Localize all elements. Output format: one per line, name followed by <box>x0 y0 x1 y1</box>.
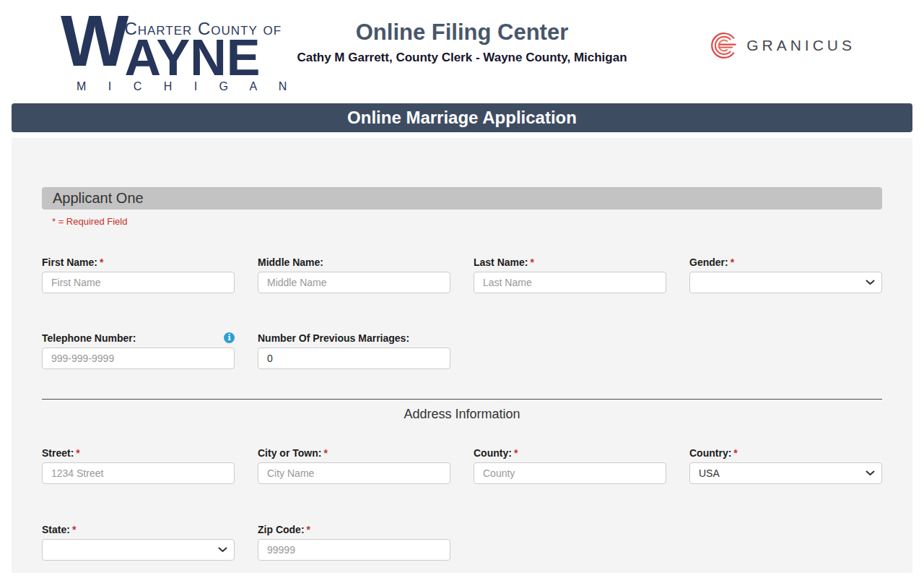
country-label: Country:* <box>689 447 738 459</box>
state-label: State:* <box>42 524 76 535</box>
required-asterisk: * <box>731 256 734 268</box>
wayne-logo-michigan: M I C H I G A N <box>77 80 296 93</box>
required-asterisk: * <box>530 256 533 268</box>
county-input[interactable] <box>474 462 666 484</box>
first-name-input[interactable] <box>42 272 235 293</box>
previous-marriages-label: Number Of Previous Marriages: <box>258 332 409 344</box>
banner-title: Online Marriage Application <box>347 108 577 128</box>
country-select[interactable]: USA <box>689 462 882 484</box>
required-asterisk: * <box>76 447 79 459</box>
section-title: Applicant One <box>53 190 144 207</box>
field-country: Country:* USA <box>689 447 882 484</box>
gender-select[interactable] <box>689 272 882 293</box>
field-gender: Gender:* <box>689 256 882 293</box>
street-label: Street:* <box>42 447 80 459</box>
granicus-g-icon <box>709 30 739 61</box>
info-icon[interactable]: i <box>224 332 235 343</box>
field-county: County:* <box>474 447 666 484</box>
required-asterisk: * <box>100 256 103 268</box>
zip-input[interactable] <box>258 539 450 561</box>
zip-label: Zip Code:* <box>258 524 310 535</box>
granicus-logo: GRANICUS <box>709 30 855 61</box>
required-asterisk: * <box>733 447 737 459</box>
field-last-name: Last Name:* <box>474 256 666 293</box>
required-asterisk: * <box>307 524 310 535</box>
first-name-label: First Name:* <box>42 256 103 268</box>
gender-label: Gender:* <box>689 256 734 268</box>
required-asterisk: * <box>72 524 76 535</box>
field-city: City or Town:* <box>258 447 450 484</box>
form-row-address-1: Street:* City or Town:* County:* Country… <box>42 447 882 484</box>
city-input[interactable] <box>258 462 450 484</box>
field-street: Street:* <box>42 447 235 484</box>
form-panel: Applicant One * = Required Field First N… <box>12 138 912 573</box>
form-row-phone: Telephone Number: i Number Of Previous M… <box>42 332 882 369</box>
field-previous-marriages: Number Of Previous Marriages: <box>258 332 450 369</box>
address-section-title: Address Information <box>42 407 882 422</box>
field-telephone: Telephone Number: i <box>42 332 235 369</box>
field-middle-name: Middle Name: <box>258 256 450 293</box>
page-header: W Charter County of AYNE M I C H I G A N… <box>0 0 924 95</box>
field-state: State:* <box>42 523 235 561</box>
granicus-wordmark: GRANICUS <box>746 37 855 54</box>
required-asterisk: * <box>323 447 327 459</box>
field-zip: Zip Code:* <box>258 523 450 561</box>
required-asterisk: * <box>514 447 518 459</box>
section-divider <box>42 399 882 400</box>
middle-name-input[interactable] <box>258 272 450 293</box>
form-row-names: First Name:* Middle Name: Last Name:* Ge… <box>42 256 882 293</box>
last-name-label: Last Name:* <box>474 256 534 268</box>
last-name-input[interactable] <box>474 272 666 293</box>
field-first-name: First Name:* <box>42 256 235 293</box>
middle-name-label: Middle Name: <box>258 256 323 268</box>
telephone-label: Telephone Number: <box>42 332 136 344</box>
previous-marriages-input[interactable] <box>258 348 450 369</box>
street-input[interactable] <box>42 462 235 484</box>
form-row-address-2: State:* Zip Code:* <box>42 523 882 561</box>
page-banner: Online Marriage Application <box>12 103 912 132</box>
section-header-applicant-one: Applicant One <box>42 187 882 210</box>
city-label: City or Town:* <box>258 447 328 459</box>
required-field-note: * = Required Field <box>52 216 882 227</box>
county-label: County:* <box>474 447 518 459</box>
state-select[interactable] <box>42 539 235 561</box>
telephone-input[interactable] <box>42 348 235 369</box>
